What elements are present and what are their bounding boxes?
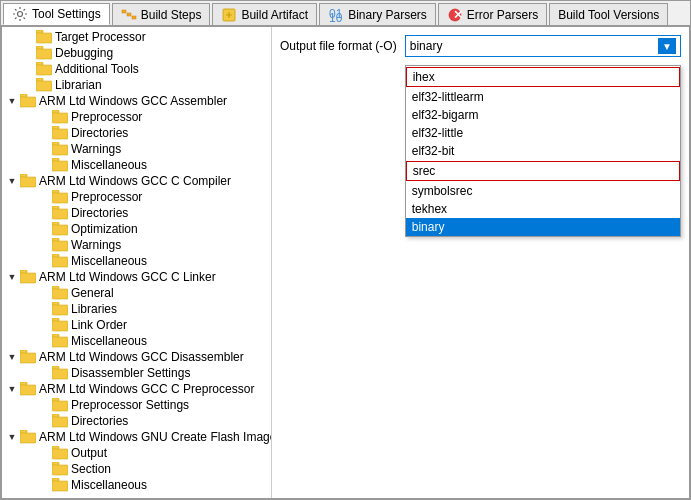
dropdown-item-elf32-little[interactable]: elf32-little: [406, 124, 680, 142]
tree-arrow-arm-c-linker[interactable]: ▼: [4, 272, 20, 282]
svg-rect-54: [20, 385, 36, 395]
folder-icon: [52, 478, 68, 492]
tree-label-directories-3: Directories: [71, 414, 128, 428]
tree-label-preprocessor-2: Preprocessor: [71, 190, 142, 204]
tree-item-preprocessor-settings[interactable]: Preprocessor Settings: [2, 397, 271, 413]
tree-item-section[interactable]: Section: [2, 461, 271, 477]
folder-icon: [52, 110, 68, 124]
dropdown-item-symbolsrec[interactable]: symbolsrec: [406, 182, 680, 200]
tab-error-parsers[interactable]: ✕ Error Parsers: [438, 3, 547, 25]
dropdown-item-binary[interactable]: binary: [406, 218, 680, 236]
dropdown-item-elf32-bigarm[interactable]: elf32-bigarm: [406, 106, 680, 124]
tree-item-miscellaneous-2[interactable]: Miscellaneous: [2, 253, 271, 269]
steps-icon: [121, 7, 137, 23]
tab-tool-settings-label: Tool Settings: [32, 7, 101, 21]
tree-label-miscellaneous-2: Miscellaneous: [71, 254, 147, 268]
main-container: Tool Settings Build Steps Build Artifact…: [0, 0, 691, 500]
tree-label-preprocessor-1: Preprocessor: [71, 110, 142, 124]
tree-label-arm-flash-image: ARM Ltd Windows GNU Create Flash Image: [39, 430, 272, 444]
tree-item-directories-3[interactable]: Directories: [2, 413, 271, 429]
select-arrow[interactable]: ▼: [658, 38, 676, 54]
dropdown-item-srec[interactable]: srec: [406, 161, 680, 181]
tab-build-steps[interactable]: Build Steps: [112, 3, 211, 25]
tree-item-miscellaneous-4[interactable]: Miscellaneous: [2, 477, 271, 493]
output-format-select[interactable]: binary ▼: [405, 35, 681, 57]
tree-item-warnings-1[interactable]: Warnings: [2, 141, 271, 157]
tab-build-tool-versions-label: Build Tool Versions: [558, 8, 659, 22]
svg-text:✕: ✕: [452, 8, 462, 22]
tree-item-arm-disassembler[interactable]: ▼ARM Ltd Windows GCC Disassembler: [2, 349, 271, 365]
tree-item-miscellaneous-3[interactable]: Miscellaneous: [2, 333, 271, 349]
tree-item-directories-2[interactable]: Directories: [2, 205, 271, 221]
tree-label-disassembler-settings: Disassembler Settings: [71, 366, 190, 380]
tree-item-preprocessor-1[interactable]: Preprocessor: [2, 109, 271, 125]
dropdown-item-elf32-bit[interactable]: elf32-bit: [406, 142, 680, 160]
tree-arrow-arm-flash-image[interactable]: ▼: [4, 432, 20, 442]
tree-item-arm-c-preprocessor[interactable]: ▼ARM Ltd Windows GCC C Preprocessor: [2, 381, 271, 397]
folder-icon: [52, 462, 68, 476]
svg-rect-24: [52, 145, 68, 155]
tree-item-librarian[interactable]: Librarian: [2, 77, 271, 93]
folder-icon: [20, 350, 36, 364]
tree-label-arm-assembler: ARM Ltd Windows GCC Assembler: [39, 94, 227, 108]
tree-item-link-order[interactable]: Link Order: [2, 317, 271, 333]
tree-item-arm-c-compiler[interactable]: ▼ARM Ltd Windows GCC C Compiler: [2, 173, 271, 189]
tab-build-artifact[interactable]: Build Artifact: [212, 3, 317, 25]
tree-label-libraries: Libraries: [71, 302, 117, 316]
tree-label-debugging: Debugging: [55, 46, 113, 60]
svg-text:10: 10: [329, 11, 343, 23]
dropdown-item-elf32-littlearm[interactable]: elf32-littlearm: [406, 88, 680, 106]
tab-build-tool-versions[interactable]: Build Tool Versions: [549, 3, 668, 25]
svg-rect-44: [52, 305, 68, 315]
tree-label-additional-tools: Additional Tools: [55, 62, 139, 76]
svg-rect-22: [52, 129, 68, 139]
tree-item-disassembler-settings[interactable]: Disassembler Settings: [2, 365, 271, 381]
svg-rect-64: [52, 465, 68, 475]
svg-rect-42: [52, 289, 68, 299]
tree-arrow-arm-assembler[interactable]: ▼: [4, 96, 20, 106]
tree-arrow-arm-c-compiler[interactable]: ▼: [4, 176, 20, 186]
tree-item-miscellaneous-1[interactable]: Miscellaneous: [2, 157, 271, 173]
tree-item-arm-assembler[interactable]: ▼ARM Ltd Windows GCC Assembler: [2, 93, 271, 109]
tree-item-directories-1[interactable]: Directories: [2, 125, 271, 141]
tree-label-directories-1: Directories: [71, 126, 128, 140]
dropdown-item-tekhex[interactable]: tekhex: [406, 200, 680, 218]
folder-icon: [52, 238, 68, 252]
tree-item-libraries[interactable]: Libraries: [2, 301, 271, 317]
tree-item-warnings-2[interactable]: Warnings: [2, 237, 271, 253]
folder-icon: [52, 286, 68, 300]
svg-rect-40: [20, 273, 36, 283]
tree-item-arm-c-linker[interactable]: ▼ARM Ltd Windows GCC C Linker: [2, 269, 271, 285]
tree-arrow-arm-c-preprocessor[interactable]: ▼: [4, 384, 20, 394]
svg-rect-58: [52, 417, 68, 427]
tree-item-debugging[interactable]: Debugging: [2, 45, 271, 61]
tree-label-miscellaneous-1: Miscellaneous: [71, 158, 147, 172]
tree-item-output[interactable]: Output: [2, 445, 271, 461]
tree-label-arm-c-linker: ARM Ltd Windows GCC C Linker: [39, 270, 216, 284]
tree-item-additional-tools[interactable]: Additional Tools: [2, 61, 271, 77]
tree-arrow-arm-disassembler[interactable]: ▼: [4, 352, 20, 362]
output-format-row: Output file format (-O) binary ▼ ihexelf…: [280, 35, 681, 57]
tree-item-general[interactable]: General: [2, 285, 271, 301]
tree-item-arm-flash-image[interactable]: ▼ARM Ltd Windows GNU Create Flash Image: [2, 429, 271, 445]
tree-item-optimization[interactable]: Optimization: [2, 221, 271, 237]
tree-item-preprocessor-2[interactable]: Preprocessor: [2, 189, 271, 205]
tree-label-link-order: Link Order: [71, 318, 127, 332]
svg-rect-28: [20, 177, 36, 187]
svg-rect-26: [52, 161, 68, 171]
folder-icon: [20, 94, 36, 108]
tree-label-output: Output: [71, 446, 107, 460]
folder-icon: [52, 142, 68, 156]
svg-rect-60: [20, 433, 36, 443]
dropdown-item-ihex[interactable]: ihex: [406, 67, 680, 87]
tab-tool-settings[interactable]: Tool Settings: [3, 3, 110, 25]
svg-rect-62: [52, 449, 68, 459]
folder-icon: [52, 318, 68, 332]
tree-item-target-processor[interactable]: Target Processor: [2, 29, 271, 45]
folder-icon: [36, 46, 52, 60]
svg-rect-14: [36, 65, 52, 75]
folder-icon: [52, 414, 68, 428]
output-format-label: Output file format (-O): [280, 39, 397, 53]
tab-binary-parsers[interactable]: 01 10 Binary Parsers: [319, 3, 436, 25]
svg-rect-52: [52, 369, 68, 379]
